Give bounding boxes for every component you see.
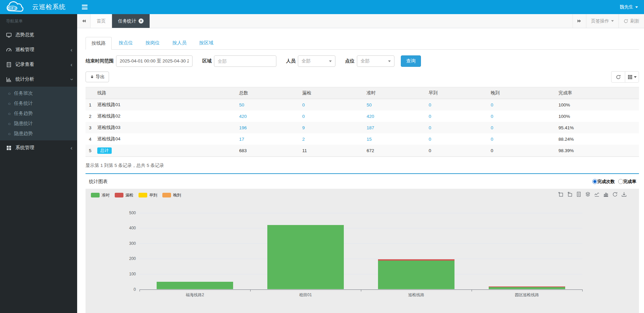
value-link[interactable]: 0 xyxy=(302,102,305,107)
stack-layers-icon[interactable] xyxy=(585,191,591,197)
gridline xyxy=(140,243,582,244)
collapse-tabs-button[interactable] xyxy=(77,14,91,28)
value-link[interactable]: 0 xyxy=(491,102,493,107)
sidebar-item-records[interactable]: 记录查看‹ xyxy=(0,57,77,72)
row-rate: 100% xyxy=(558,110,639,122)
radio-completion-count[interactable] xyxy=(592,179,597,184)
value-link[interactable]: 420 xyxy=(367,114,374,119)
sidebar-item-label: 记录查看 xyxy=(15,61,34,68)
value-link[interactable]: 15 xyxy=(367,137,372,142)
legend-item-漏检[interactable]: 漏检 xyxy=(115,192,133,198)
arrow-down-icon xyxy=(90,75,94,79)
y-axis-label: 0 xyxy=(122,287,136,292)
building-icon xyxy=(6,62,12,68)
point-label: 点位 xyxy=(345,58,355,64)
sidebar-menu: 态势总览巡检管理‹记录查看‹统计分析‹○任务班次○任务统计○任务趋势○隐患统计○… xyxy=(0,28,77,155)
tab-按线路[interactable]: 按线路 xyxy=(86,37,112,50)
value-link[interactable]: 420 xyxy=(239,114,247,119)
main-area: 首页任务统计× 页签操作 刷新 按线路按点位按岗位按人员按区域 结束时间范围 区… xyxy=(77,14,644,313)
grid-icon xyxy=(6,145,12,151)
date-range-input[interactable] xyxy=(116,55,193,67)
zoom-reset-icon[interactable] xyxy=(567,191,573,197)
column-header[interactable]: 完成率 xyxy=(558,87,639,99)
value-link[interactable]: 0 xyxy=(429,137,431,142)
point-select[interactable]: 全部 xyxy=(357,55,394,67)
legend-item-早到[interactable]: 早到 xyxy=(139,192,157,198)
row-value: 0 xyxy=(491,99,558,111)
tab-按岗位[interactable]: 按岗位 xyxy=(140,37,165,50)
sidebar-subitem[interactable]: ○任务统计 xyxy=(0,98,77,108)
legend-item-晚到[interactable]: 晚到 xyxy=(162,192,181,198)
column-header[interactable]: 总数 xyxy=(239,87,302,99)
table-header-row: 线路总数漏检准时早到晚到完成率 xyxy=(86,87,639,99)
value-link[interactable]: 0 xyxy=(491,114,493,119)
column-header[interactable]: 晚到 xyxy=(491,87,558,99)
value-link[interactable]: 2 xyxy=(302,137,305,142)
sidebar-item-system[interactable]: 系统管理‹ xyxy=(0,140,77,155)
caret-down-icon xyxy=(634,76,637,78)
value-link[interactable]: 50 xyxy=(367,102,372,107)
restore-icon[interactable] xyxy=(612,191,618,197)
bar-chart-icon[interactable] xyxy=(603,191,609,197)
value-link[interactable]: 9 xyxy=(302,125,305,130)
refresh-table-button[interactable] xyxy=(611,71,625,83)
area-input[interactable] xyxy=(214,55,276,67)
value-link[interactable]: 0 xyxy=(429,102,431,107)
zoom-box-icon[interactable] xyxy=(558,191,564,197)
legend-item-准时[interactable]: 准时 xyxy=(91,192,110,198)
sidebar-item-statistics[interactable]: 统计分析‹ xyxy=(0,72,77,87)
row-index: 2 xyxy=(86,110,97,122)
row-name: 巡检线路02 xyxy=(97,110,239,122)
row-value: 420 xyxy=(367,110,429,122)
sidebar-subitem[interactable]: ○隐患统计 xyxy=(0,119,77,129)
user-menu[interactable]: 魏先生 xyxy=(620,4,638,10)
sidebar-subitem[interactable]: ○任务趋势 xyxy=(0,108,77,119)
row-value: 0 xyxy=(429,133,491,145)
radio-completion-rate[interactable] xyxy=(618,179,623,184)
column-header[interactable]: 准时 xyxy=(367,87,429,99)
tab-按点位[interactable]: 按点位 xyxy=(113,37,139,50)
sidebar: 导航菜单 态势总览巡检管理‹记录查看‹统计分析‹○任务班次○任务统计○任务趋势○… xyxy=(0,14,77,313)
refresh-icon xyxy=(616,75,621,80)
value-link[interactable]: 0 xyxy=(429,125,431,130)
value-link[interactable]: 196 xyxy=(239,125,247,130)
value-link[interactable]: 187 xyxy=(367,125,374,130)
person-select[interactable]: 全部 xyxy=(298,55,335,67)
tab-按区域[interactable]: 按区域 xyxy=(194,37,219,50)
gridline xyxy=(140,213,582,213)
value-link[interactable]: 0 xyxy=(302,114,305,119)
value-link[interactable]: 0 xyxy=(429,114,431,119)
column-header[interactable]: 线路 xyxy=(97,87,239,99)
sidebar-item-overview[interactable]: 态势总览 xyxy=(0,28,77,42)
value-link[interactable]: 0 xyxy=(491,125,493,130)
value-link[interactable]: 17 xyxy=(239,137,244,142)
tab-operations-button[interactable]: 页签操作 xyxy=(586,14,619,28)
hamburger-icon[interactable] xyxy=(77,0,92,14)
sidebar-menu-label: 导航菜单 xyxy=(0,14,77,28)
search-button[interactable]: 查询 xyxy=(401,55,421,67)
page-tab-任务统计[interactable]: 任务统计× xyxy=(112,14,150,28)
expand-tabs-button[interactable] xyxy=(573,14,586,28)
tab-按人员[interactable]: 按人员 xyxy=(167,37,192,50)
value-text: 11 xyxy=(302,148,307,153)
refresh-tab-button[interactable]: 刷新 xyxy=(619,14,644,28)
legend-label: 晚到 xyxy=(173,192,181,198)
export-button[interactable]: 导出 xyxy=(86,72,109,82)
column-header[interactable]: 早到 xyxy=(429,87,491,99)
column-header[interactable]: 漏检 xyxy=(302,87,367,99)
data-view-icon[interactable] xyxy=(576,191,582,197)
legend-swatch xyxy=(139,193,147,197)
sidebar-subitem[interactable]: ○任务班次 xyxy=(0,88,77,98)
sidebar-item-inspection[interactable]: 巡检管理‹ xyxy=(0,42,77,57)
close-icon[interactable]: × xyxy=(139,18,144,24)
page-tab-首页[interactable]: 首页 xyxy=(91,14,112,28)
value-link[interactable]: 50 xyxy=(239,102,244,107)
page-tab-label: 任务统计 xyxy=(118,18,136,24)
value-link[interactable]: 0 xyxy=(491,137,493,142)
save-image-icon[interactable] xyxy=(621,191,627,197)
row-value: 9 xyxy=(302,122,367,133)
sidebar-subitem[interactable]: ○隐患趋势 xyxy=(0,129,77,139)
columns-button[interactable] xyxy=(625,71,639,83)
line-chart-icon[interactable] xyxy=(594,191,600,197)
row-name: 巡检线路03 xyxy=(97,122,239,133)
